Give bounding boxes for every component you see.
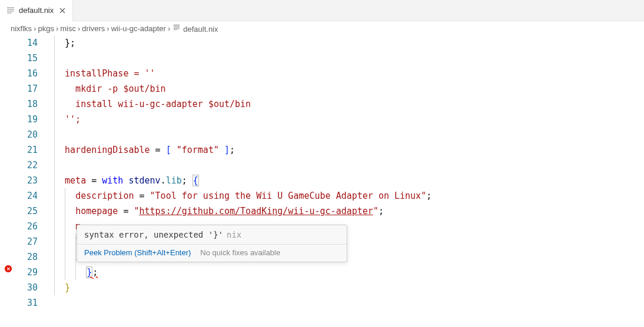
hover-actions: Peek Problem (Shift+Alt+Enter) No quick … [77,244,347,258]
code-area[interactable]: }; installPhase = '' mkdir -p $out/bin i… [41,35,644,311]
code-line: hardeningDisable = [ "format" ]; [54,142,644,158]
code-line: mkdir -p $out/bin [54,81,644,96]
line-number: 20 [16,127,38,142]
line-number: 15 [16,51,38,66]
line-number: 25 [16,203,38,219]
line-number: 26 [16,219,38,234]
line-number: 14 [16,35,38,51]
line-number: 16 [16,66,38,81]
line-number: 22 [16,158,38,173]
breadcrumb-item[interactable]: drivers [82,24,105,33]
line-number: 24 [16,188,38,203]
hover-message-text: syntax error, unexpected '}' [84,230,223,239]
code-line [54,295,644,311]
code-line: }; [54,265,644,280]
breadcrumb-item[interactable]: pkgs [38,24,54,33]
hover-source: nix [227,230,241,239]
file-icon [172,23,181,32]
breadcrumb-label: default.nix [183,25,218,34]
line-number: 18 [16,96,38,112]
code-line: description = "Tool for using the Wii U … [54,188,644,203]
code-line [54,51,644,66]
code-line: install wii-u-gc-adapter $out/bin [54,96,644,112]
no-quick-fixes-label: No quick fixes available [200,248,280,257]
chevron-right-icon: › [167,24,171,33]
line-number: 21 [16,142,38,158]
editor-tab[interactable]: default.nix [0,0,73,21]
tab-label: default.nix [19,6,54,15]
chevron-right-icon: › [33,24,36,33]
line-number: 23 [16,173,38,188]
line-number: 27 [16,234,38,249]
breadcrumb-item[interactable]: wii-u-gc-adapter [111,24,166,33]
line-number: 29 [16,265,38,280]
breadcrumb: nixflks › pkgs › misc › drivers › wii-u-… [0,21,644,35]
code-line: }; [54,35,644,51]
code-line: installPhase = '' [54,66,644,81]
error-glyph-icon[interactable] [4,265,12,273]
chevron-right-icon: › [55,24,59,33]
line-number: 28 [16,249,38,265]
code-line: ''; [54,112,644,127]
file-icon [6,6,15,15]
code-line [54,158,644,173]
chevron-right-icon: › [77,24,81,33]
code-editor[interactable]: 14 15 16 17 18 19 20 21 22 23 24 25 26 2… [0,35,644,311]
close-icon[interactable] [57,5,68,16]
chevron-right-icon: › [106,24,109,33]
breadcrumb-item[interactable]: nixflks [11,24,32,33]
code-line [54,127,644,142]
breadcrumb-item[interactable]: default.nix [172,23,218,34]
tab-bar: default.nix [0,0,644,21]
code-line: } [54,280,644,295]
peek-problem-link[interactable]: Peek Problem (Shift+Alt+Enter) [84,248,191,257]
line-number: 30 [16,280,38,295]
line-number: 19 [16,112,38,127]
line-number: 17 [16,81,38,96]
line-number-gutter: 14 15 16 17 18 19 20 21 22 23 24 25 26 2… [16,35,41,311]
glyph-margin [0,35,16,311]
line-number: 31 [16,295,38,311]
problem-hover-popup: syntax error, unexpected '}'nix Peek Pro… [77,225,347,262]
breadcrumb-item[interactable]: misc [60,24,76,33]
code-line: meta = with stdenv.lib; { [54,173,644,188]
hover-message: syntax error, unexpected '}'nix [77,229,347,244]
code-line: homepage = "https://github.com/ToadKing/… [54,203,644,219]
